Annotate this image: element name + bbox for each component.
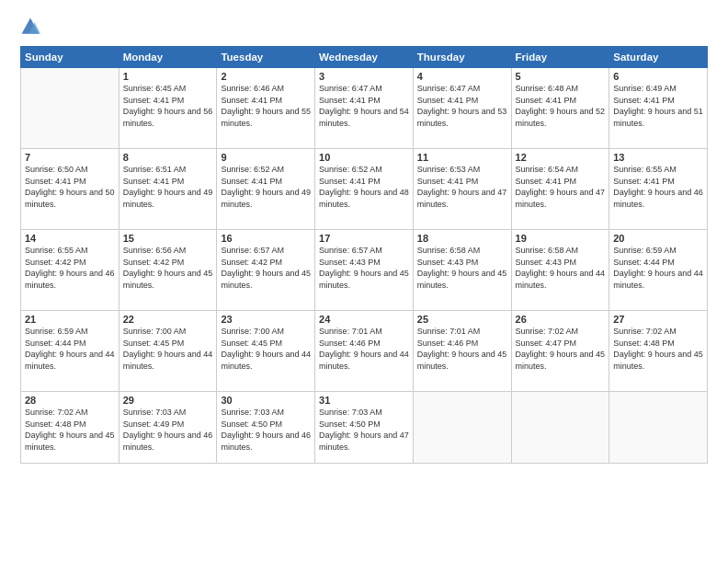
calendar-cell: 5Sunrise: 6:48 AMSunset: 4:41 PMDaylight… (511, 68, 609, 149)
calendar-cell: 11Sunrise: 6:53 AMSunset: 4:41 PMDayligh… (413, 149, 511, 230)
day-number: 17 (319, 233, 409, 244)
calendar-cell: 25Sunrise: 7:01 AMSunset: 4:46 PMDayligh… (413, 311, 511, 392)
day-number: 22 (123, 314, 213, 325)
cell-info: Sunrise: 6:59 AMSunset: 4:44 PMDaylight:… (613, 245, 703, 291)
cell-info: Sunrise: 6:59 AMSunset: 4:44 PMDaylight:… (25, 326, 115, 372)
cell-info: Sunrise: 6:47 AMSunset: 4:41 PMDaylight:… (417, 83, 507, 129)
week-row-4: 21Sunrise: 6:59 AMSunset: 4:44 PMDayligh… (21, 311, 708, 392)
weekday-saturday: Saturday (609, 47, 708, 68)
cell-info: Sunrise: 6:53 AMSunset: 4:41 PMDaylight:… (417, 164, 507, 210)
calendar: SundayMondayTuesdayWednesdayThursdayFrid… (20, 46, 708, 464)
day-number: 23 (221, 314, 311, 325)
calendar-cell: 3Sunrise: 6:47 AMSunset: 4:41 PMDaylight… (315, 68, 414, 149)
cell-info: Sunrise: 7:00 AMSunset: 4:45 PMDaylight:… (123, 326, 213, 372)
cell-info: Sunrise: 6:55 AMSunset: 4:41 PMDaylight:… (613, 164, 703, 210)
week-row-3: 14Sunrise: 6:55 AMSunset: 4:42 PMDayligh… (21, 230, 708, 311)
day-number: 10 (319, 152, 409, 163)
cell-info: Sunrise: 6:52 AMSunset: 4:41 PMDaylight:… (319, 164, 409, 210)
calendar-cell: 15Sunrise: 6:56 AMSunset: 4:42 PMDayligh… (119, 230, 217, 311)
calendar-cell: 17Sunrise: 6:57 AMSunset: 4:43 PMDayligh… (315, 230, 414, 311)
day-number: 15 (123, 233, 213, 244)
day-number: 27 (613, 314, 703, 325)
day-number: 20 (613, 233, 703, 244)
cell-info: Sunrise: 6:54 AMSunset: 4:41 PMDaylight:… (516, 164, 606, 210)
day-number: 25 (417, 314, 507, 325)
day-number: 9 (221, 152, 311, 163)
day-number: 1 (123, 71, 213, 82)
calendar-cell: 31Sunrise: 7:03 AMSunset: 4:50 PMDayligh… (315, 392, 414, 464)
logo (20, 17, 44, 37)
calendar-cell: 4Sunrise: 6:47 AMSunset: 4:41 PMDaylight… (413, 68, 511, 149)
calendar-cell: 7Sunrise: 6:50 AMSunset: 4:41 PMDaylight… (21, 149, 119, 230)
weekday-tuesday: Tuesday (217, 47, 315, 68)
calendar-cell: 28Sunrise: 7:02 AMSunset: 4:48 PMDayligh… (21, 392, 119, 464)
cell-info: Sunrise: 6:49 AMSunset: 4:41 PMDaylight:… (613, 83, 703, 129)
cell-info: Sunrise: 6:57 AMSunset: 4:42 PMDaylight:… (221, 245, 311, 291)
week-row-2: 7Sunrise: 6:50 AMSunset: 4:41 PMDaylight… (21, 149, 708, 230)
day-number: 21 (25, 314, 115, 325)
calendar-cell: 1Sunrise: 6:45 AMSunset: 4:41 PMDaylight… (119, 68, 217, 149)
calendar-cell: 18Sunrise: 6:58 AMSunset: 4:43 PMDayligh… (413, 230, 511, 311)
header (20, 17, 708, 37)
day-number: 26 (516, 314, 606, 325)
calendar-cell: 8Sunrise: 6:51 AMSunset: 4:41 PMDaylight… (119, 149, 217, 230)
cell-info: Sunrise: 6:45 AMSunset: 4:41 PMDaylight:… (123, 83, 213, 129)
weekday-header-row: SundayMondayTuesdayWednesdayThursdayFrid… (21, 47, 708, 68)
calendar-cell: 27Sunrise: 7:02 AMSunset: 4:48 PMDayligh… (609, 311, 708, 392)
cell-info: Sunrise: 7:02 AMSunset: 4:47 PMDaylight:… (516, 326, 606, 372)
cell-info: Sunrise: 6:46 AMSunset: 4:41 PMDaylight:… (221, 83, 311, 129)
cell-info: Sunrise: 6:50 AMSunset: 4:41 PMDaylight:… (25, 164, 115, 210)
calendar-cell (609, 392, 708, 464)
cell-info: Sunrise: 7:00 AMSunset: 4:45 PMDaylight:… (221, 326, 311, 372)
calendar-cell: 14Sunrise: 6:55 AMSunset: 4:42 PMDayligh… (21, 230, 119, 311)
cell-info: Sunrise: 7:01 AMSunset: 4:46 PMDaylight:… (319, 326, 409, 372)
cell-info: Sunrise: 6:51 AMSunset: 4:41 PMDaylight:… (123, 164, 213, 210)
week-row-1: 1Sunrise: 6:45 AMSunset: 4:41 PMDaylight… (21, 68, 708, 149)
day-number: 30 (221, 395, 311, 406)
cell-info: Sunrise: 7:02 AMSunset: 4:48 PMDaylight:… (25, 407, 115, 453)
day-number: 3 (319, 71, 409, 82)
day-number: 31 (319, 395, 409, 406)
calendar-cell: 12Sunrise: 6:54 AMSunset: 4:41 PMDayligh… (511, 149, 609, 230)
calendar-cell: 10Sunrise: 6:52 AMSunset: 4:41 PMDayligh… (315, 149, 414, 230)
cell-info: Sunrise: 7:03 AMSunset: 4:49 PMDaylight:… (123, 407, 213, 453)
logo-icon (20, 17, 40, 37)
day-number: 5 (516, 71, 606, 82)
calendar-cell: 22Sunrise: 7:00 AMSunset: 4:45 PMDayligh… (119, 311, 217, 392)
weekday-sunday: Sunday (21, 47, 119, 68)
cell-info: Sunrise: 7:03 AMSunset: 4:50 PMDaylight:… (319, 407, 409, 453)
calendar-cell: 21Sunrise: 6:59 AMSunset: 4:44 PMDayligh… (21, 311, 119, 392)
weekday-thursday: Thursday (413, 47, 511, 68)
calendar-cell: 16Sunrise: 6:57 AMSunset: 4:42 PMDayligh… (217, 230, 315, 311)
calendar-cell: 9Sunrise: 6:52 AMSunset: 4:41 PMDaylight… (217, 149, 315, 230)
cell-info: Sunrise: 6:58 AMSunset: 4:43 PMDaylight:… (516, 245, 606, 291)
cell-info: Sunrise: 6:47 AMSunset: 4:41 PMDaylight:… (319, 83, 409, 129)
calendar-cell (21, 68, 119, 149)
day-number: 19 (516, 233, 606, 244)
cell-info: Sunrise: 6:57 AMSunset: 4:43 PMDaylight:… (319, 245, 409, 291)
calendar-cell (413, 392, 511, 464)
day-number: 29 (123, 395, 213, 406)
calendar-cell: 19Sunrise: 6:58 AMSunset: 4:43 PMDayligh… (511, 230, 609, 311)
cell-info: Sunrise: 6:48 AMSunset: 4:41 PMDaylight:… (516, 83, 606, 129)
day-number: 24 (319, 314, 409, 325)
cell-info: Sunrise: 7:02 AMSunset: 4:48 PMDaylight:… (613, 326, 703, 372)
day-number: 12 (516, 152, 606, 163)
day-number: 4 (417, 71, 507, 82)
cell-info: Sunrise: 6:55 AMSunset: 4:42 PMDaylight:… (25, 245, 115, 291)
calendar-cell: 26Sunrise: 7:02 AMSunset: 4:47 PMDayligh… (511, 311, 609, 392)
calendar-cell: 30Sunrise: 7:03 AMSunset: 4:50 PMDayligh… (217, 392, 315, 464)
day-number: 2 (221, 71, 311, 82)
cell-info: Sunrise: 6:52 AMSunset: 4:41 PMDaylight:… (221, 164, 311, 210)
day-number: 28 (25, 395, 115, 406)
weekday-monday: Monday (119, 47, 217, 68)
cell-info: Sunrise: 6:56 AMSunset: 4:42 PMDaylight:… (123, 245, 213, 291)
calendar-cell: 24Sunrise: 7:01 AMSunset: 4:46 PMDayligh… (315, 311, 414, 392)
calendar-cell: 23Sunrise: 7:00 AMSunset: 4:45 PMDayligh… (217, 311, 315, 392)
weekday-friday: Friday (511, 47, 609, 68)
calendar-cell: 2Sunrise: 6:46 AMSunset: 4:41 PMDaylight… (217, 68, 315, 149)
week-row-5: 28Sunrise: 7:02 AMSunset: 4:48 PMDayligh… (21, 392, 708, 464)
day-number: 11 (417, 152, 507, 163)
calendar-cell: 29Sunrise: 7:03 AMSunset: 4:49 PMDayligh… (119, 392, 217, 464)
day-number: 14 (25, 233, 115, 244)
